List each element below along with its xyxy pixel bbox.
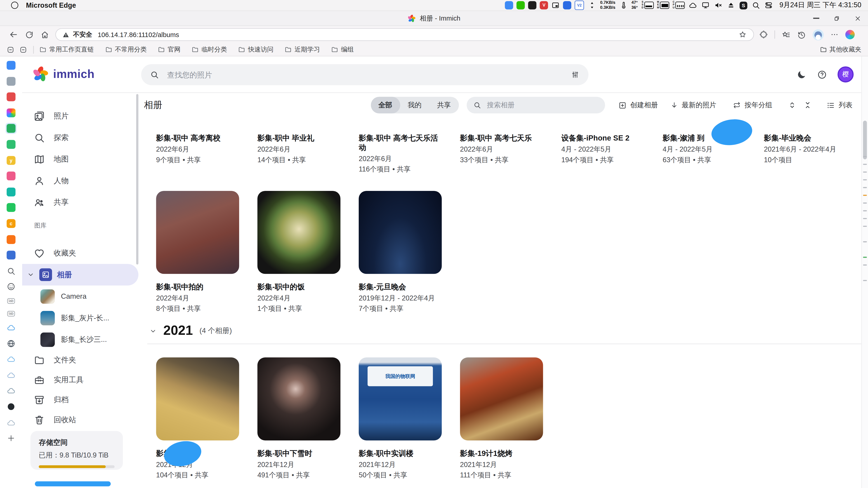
album-search-bar[interactable] <box>466 97 604 113</box>
album-card[interactable]: 影集-19计1烧烤2021年12月111个项目 • 共享 <box>460 357 543 480</box>
copilot-icon[interactable] <box>845 30 855 39</box>
rail-app-color-icon[interactable] <box>6 108 16 117</box>
list-view-button[interactable]: 列表 <box>827 100 852 110</box>
rail-app-blue-icon[interactable] <box>6 61 16 70</box>
rail-app-orange-icon[interactable] <box>6 235 16 244</box>
album-card[interactable]: 影集-职中 高考七天乐2022年6月33个项目 • 共享 <box>460 125 543 183</box>
chevron-down-icon[interactable] <box>27 271 34 278</box>
tray-app-todo-icon[interactable] <box>563 1 571 9</box>
album-card[interactable]: 影集-职中 高考七天乐活动2022年6月116个项目 • 共享 <box>359 125 442 183</box>
settings-dots-icon[interactable] <box>830 31 839 39</box>
sidebar-item-archive[interactable]: 归档 <box>22 390 138 410</box>
tab-全部[interactable]: 全部 <box>371 97 400 113</box>
dark-mode-icon[interactable] <box>797 69 807 79</box>
rail-cloud-3-icon[interactable] <box>6 371 16 380</box>
refresh-button[interactable] <box>25 30 34 39</box>
menu-logo-icon[interactable] <box>11 2 18 9</box>
sidebar-item-map[interactable]: 地图 <box>22 148 138 170</box>
immich-brand[interactable]: immich <box>32 66 94 82</box>
sidebar-scrollbar[interactable] <box>136 94 138 264</box>
reading-list-icon[interactable] <box>20 46 27 53</box>
favorites-bar-icon[interactable] <box>782 30 790 39</box>
photo-search-input[interactable] <box>166 70 563 79</box>
minimize-button[interactable] <box>813 18 819 19</box>
bookmark-folder-1[interactable]: 常用工作页直链 <box>39 45 94 54</box>
restore-button[interactable] <box>833 15 840 22</box>
rail-app-shield-icon[interactable] <box>6 251 16 260</box>
album-card[interactable]: 影集-元旦晚会2019年12月 - 2022年4月7个项目 • 共享 <box>359 191 442 313</box>
tray-app-gallery-icon[interactable] <box>505 1 513 9</box>
cpu-gauge[interactable]: C P U <box>673 1 685 9</box>
sidebar-item-trash[interactable]: 回收站 <box>22 410 138 430</box>
bookmark-folder-3[interactable]: 官网 <box>158 45 180 54</box>
thermometer-icon[interactable] <box>619 1 628 9</box>
tray-app-wechat-icon[interactable] <box>517 1 525 9</box>
album-card[interactable]: 影集-职中 高考离校2022年6月9个项目 • 共享 <box>156 125 239 183</box>
bookmark-folder-2[interactable]: 不常用分类 <box>105 45 147 54</box>
rail-cloud-2-icon[interactable] <box>6 355 16 363</box>
net-updown-icon[interactable] <box>588 1 596 9</box>
tray-eject-icon[interactable] <box>727 1 735 9</box>
tab-共享[interactable]: 共享 <box>429 97 459 113</box>
sidebar-item-photos[interactable]: 照片 <box>22 105 138 127</box>
rail-cloud-1-icon[interactable] <box>6 323 16 332</box>
sidebar-item-toolbox[interactable]: 实用工具 <box>22 370 138 390</box>
album-card[interactable]: 影集-职中下雪时2021年12月491个项目 • 共享 <box>257 357 340 480</box>
bookmark-folder-5[interactable]: 快速访问 <box>238 45 274 54</box>
scrollbar-thumb[interactable] <box>863 121 867 159</box>
extensions-icon[interactable] <box>760 31 768 39</box>
url-text[interactable]: 106.14.17.86:11102/albums <box>98 31 179 38</box>
tray-display-icon[interactable] <box>702 1 710 9</box>
bookmark-folder-7[interactable]: 编组 <box>331 45 353 54</box>
address-bar[interactable]: 不安全 106.14.17.86:11102/albums <box>55 28 754 41</box>
sidebar-item-folder[interactable]: 文件夹 <box>22 350 138 370</box>
page-scrollbar[interactable] <box>862 57 868 488</box>
album-search-input[interactable] <box>486 101 598 109</box>
rail-github-icon[interactable] <box>6 402 16 411</box>
tray-app-qq-icon[interactable] <box>528 1 537 9</box>
tab-title[interactable]: 相册 - Immich <box>420 13 460 23</box>
album-card[interactable]: 影集-职中 毕业礼2022年6月14个项目 • 共享 <box>257 125 340 183</box>
home-button[interactable] <box>40 30 49 39</box>
history-icon[interactable] <box>797 30 806 39</box>
tray-toggles-icon[interactable] <box>765 1 773 9</box>
tray-sapp-icon[interactable]: S <box>740 1 747 9</box>
create-album-button[interactable]: 创建相册 <box>618 100 658 110</box>
security-label[interactable]: 不安全 <box>73 31 92 39</box>
browser-profile-avatar[interactable] <box>813 29 824 40</box>
rail-app-pink-icon[interactable] <box>6 172 16 181</box>
rail-cloud-4-icon[interactable] <box>6 387 16 395</box>
edge-sidebar-toggle-icon[interactable] <box>6 46 14 53</box>
mem-gauge[interactable]: M E M <box>657 1 670 9</box>
expand-all-button[interactable] <box>788 101 797 109</box>
rail-app-green2-icon[interactable] <box>6 140 16 149</box>
rail-app-red-icon[interactable] <box>6 92 16 101</box>
year-section-header[interactable]: 2021 (4 个相册) <box>149 321 861 338</box>
rail-app-green3-icon[interactable] <box>6 203 16 212</box>
album-card[interactable]: 影集-职中拍的2022年4月8个项目 • 共享 <box>156 191 239 313</box>
sidebar-album-item[interactable]: 影集_灰片-长... <box>22 307 138 329</box>
rail-lab-2-icon[interactable]: lab <box>7 311 15 316</box>
rail-add-icon[interactable] <box>6 434 16 443</box>
group-by-year-button[interactable]: 按年分组 <box>733 100 772 110</box>
tray-app-pip-icon[interactable] <box>552 1 560 9</box>
tray-mute-icon[interactable] <box>714 1 722 9</box>
collapse-all-button[interactable] <box>803 101 812 109</box>
close-button[interactable] <box>854 15 862 22</box>
sort-button[interactable]: 最新的照片 <box>670 100 716 110</box>
sidebar-item-search[interactable]: 探索 <box>22 127 138 149</box>
menubar-clock[interactable]: 9月24日 周三 下午 4:31:50 <box>779 0 861 10</box>
tray-app-v2-icon[interactable]: V2 <box>575 0 584 10</box>
sidebar-item-people[interactable]: 共享 <box>22 191 138 213</box>
ssd-gauge[interactable]: S S D <box>642 1 653 9</box>
sidebar-item-albums[interactable]: 相册 <box>22 264 138 286</box>
sidebar-album-item[interactable]: Camera <box>22 286 138 307</box>
rail-app-teal-icon[interactable] <box>6 188 16 196</box>
bookmark-folder-4[interactable]: 临时分类 <box>191 45 227 54</box>
rail-app-yellow-icon[interactable]: y <box>6 156 16 165</box>
help-icon[interactable] <box>817 69 827 79</box>
sidebar-album-item[interactable]: 影集_长沙三... <box>22 329 138 350</box>
bookmark-folder-6[interactable]: 近期学习 <box>285 45 320 54</box>
rail-cloud-5-icon[interactable] <box>6 418 16 427</box>
user-avatar[interactable]: 樱 <box>837 66 854 83</box>
